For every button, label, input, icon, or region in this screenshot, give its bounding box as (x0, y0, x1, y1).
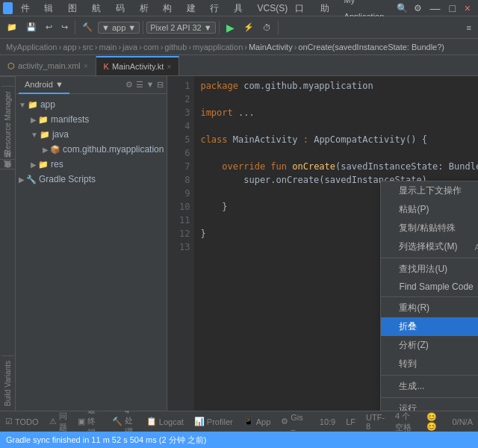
toolbar-icon-1[interactable]: 📁 (3, 21, 21, 34)
problems-icon: ⚠ (49, 417, 57, 426)
status-encoding[interactable]: UTF-8 (364, 413, 387, 431)
menu-analyze[interactable]: 分析(Z) ▶ (381, 336, 478, 355)
sidebar: Android ▼ ⚙ ☰ ▼ ⊟ ▼ 📁 app ▶ 📁 (16, 76, 167, 411)
menu-fold[interactable]: 折叠 ▶ 展开(E) Ctrl+NumPad + 递归展开(R) Ctrl+Al… (381, 317, 478, 336)
menu-show-context[interactable]: 显示上下文操作 Alt+Enter (381, 181, 478, 200)
bc-oncreate[interactable]: onCreate(savedInstanceState: Bundle?) (298, 43, 444, 52)
list-icon[interactable]: ☰ (136, 80, 143, 90)
menu-run-mainactivity[interactable]: ▶ 运行 'MainActivity'(U) Ctrl+Shift+F10 (381, 399, 478, 411)
menu-column-mode[interactable]: 列选择模式(M) Alt+Shift+Insert (381, 237, 478, 256)
sync-status-text: Gradle sync finished in 11 m 52 s 504 ms… (6, 435, 206, 446)
app-icon (3, 2, 13, 14)
collapse-icon[interactable]: ⊟ (157, 80, 164, 90)
menu-refactor[interactable]: 重构(R) (381, 299, 478, 317)
toolbar-icon-5[interactable]: 🔨 (78, 21, 96, 34)
tree-item-res[interactable]: ▶ 📁 res (16, 157, 167, 172)
menu-generate[interactable]: 生成... Alt+Insert (381, 377, 478, 396)
gist-icon: ⚙ (281, 417, 288, 426)
profile-button[interactable]: ⏱ (259, 22, 275, 34)
close-btn[interactable]: × (460, 0, 475, 16)
profiler-icon: 📊 (194, 417, 205, 426)
editor: 1 2 3 4 5 6 7 8 9 10 11 12 13 package co… (167, 76, 478, 411)
left-tab-build[interactable]: Build Variants (1, 355, 14, 411)
left-tab-project[interactable]: 项目 (0, 76, 15, 86)
tabbar: ⬡ activity_main.xml × K MainActivity.kt … (0, 55, 478, 76)
status-problems[interactable]: ⚠ 问题 (47, 411, 69, 433)
breadcrumb: MyApplication › app › src › main › java … (0, 39, 478, 55)
status-logcat[interactable]: 📋 Logcat (144, 417, 186, 426)
status-line-ending[interactable]: LF (344, 417, 358, 426)
menu-vcs[interactable]: VCS(S) (254, 0, 292, 16)
run-button[interactable]: ▶ (223, 20, 238, 35)
tab-xml[interactable]: ⬡ activity_main.xml × (0, 56, 96, 75)
toolbar-icon-2[interactable]: 💾 (22, 21, 40, 34)
tree-item-java[interactable]: ▼ 📁 java (16, 127, 167, 142)
close-tab-kt[interactable]: × (167, 63, 171, 71)
debug-button[interactable]: ⚡ (240, 21, 258, 34)
bc-myapplication[interactable]: myapplication (193, 43, 243, 52)
status-emoji: 😊 😊 (424, 412, 444, 432)
toolbar: 📁 💾 ↩ ↪ 🔨 ▼ app ▼ Pixel 2 API 32 ▼ ▶ ⚡ ⏱… (0, 16, 478, 39)
build-icon: 🔨 (112, 417, 122, 426)
status-app[interactable]: 📱 App (241, 417, 273, 426)
bc-github[interactable]: github (164, 43, 187, 52)
menu-paste[interactable]: 粘贴(P) Ctrl+V (381, 200, 478, 219)
menu-goto[interactable]: 转到 ▶ (381, 355, 478, 373)
status-gist[interactable]: ⚙ Gis _ (279, 413, 305, 431)
settings-icon[interactable]: ⚙ (411, 0, 425, 16)
bc-java[interactable]: java (122, 43, 137, 52)
left-tab-structure[interactable]: 结构 (0, 159, 15, 169)
logcat-icon: 📋 (146, 417, 157, 426)
toolbar-icon-4[interactable]: ↪ (58, 21, 72, 34)
left-tab-resource[interactable]: Resource Manager (1, 86, 14, 159)
menu-copy-paste-special[interactable]: 复制/粘贴特殊 ▶ (381, 219, 478, 237)
context-menu: 显示上下文操作 Alt+Enter 粘贴(P) Ctrl+V 复制/粘贴特殊 ▶… (380, 181, 478, 411)
maximize-btn[interactable]: □ (444, 0, 459, 16)
left-tab-favorites[interactable]: 收藏夹 (0, 169, 15, 178)
tab-kt[interactable]: K MainActivity.kt × (96, 56, 180, 75)
statusbar: ☑ TODO ⚠ 问题 ▣ 最 终端 🔨 4 处理 📋 Logcat 📊 Pro… (0, 411, 478, 432)
minimize-btn[interactable]: — (425, 0, 444, 16)
status-todo[interactable]: ☑ TODO (3, 417, 41, 426)
bottombar: Gradle sync finished in 11 m 52 s 504 ms… (0, 432, 478, 448)
kt-file-icon: K (104, 62, 109, 71)
menubar: 文件(F) 编辑(E) 视图(V) 导航(N) 代码(C) 分析(Z) 重构(R… (0, 0, 478, 16)
bc-src[interactable]: src (82, 43, 93, 52)
filter-icon[interactable]: ▼ (146, 80, 155, 90)
bc-mainactivity[interactable]: MainActivity (249, 43, 293, 52)
status-profiler[interactable]: 📊 Profiler (192, 417, 235, 426)
terminal-icon: ▣ (78, 417, 85, 426)
bc-com[interactable]: com (143, 43, 159, 52)
tree-item-gradle[interactable]: ▶ 🔧 Gradle Scripts (16, 172, 167, 187)
sidebar-header: Android ▼ ⚙ ☰ ▼ ⊟ (16, 76, 167, 94)
status-position[interactable]: 10:9 (317, 417, 338, 426)
tree-item-package[interactable]: ▶ 📦 com.github.myapplication (16, 142, 167, 157)
toolbar-icon-3[interactable]: ↩ (42, 21, 56, 34)
xml-icon: ⬡ (7, 61, 15, 71)
file-tree: ▼ 📁 app ▶ 📁 manifests ▼ 📁 java (16, 94, 167, 411)
app-dropdown[interactable]: ▼ app ▼ (98, 22, 140, 34)
status-indent[interactable]: 4 个空格 (393, 411, 418, 433)
close-tab-xml[interactable]: × (84, 62, 88, 70)
device-dropdown[interactable]: Pixel 2 API 32 ▼ (146, 22, 215, 34)
bc-main[interactable]: main (99, 43, 117, 52)
menu-find-sample[interactable]: Find Sample Code Alt+F8 (381, 279, 478, 295)
app-status-icon: 📱 (243, 417, 254, 426)
android-tab[interactable]: Android ▼ (19, 76, 69, 94)
tree-item-app[interactable]: ▼ 📁 app (16, 97, 167, 112)
search-icon[interactable]: 🔍 (394, 0, 411, 16)
bc-app[interactable]: app (63, 43, 76, 52)
status-memory: 0/N/A (450, 417, 475, 426)
menu-find-usages[interactable]: 查找用法(U) Alt+F7 (381, 260, 478, 279)
context-menu-overlay: 显示上下文操作 Alt+Enter 粘贴(P) Ctrl+V 复制/粘贴特殊 ▶… (167, 76, 478, 411)
bc-myapp[interactable]: MyApplication (6, 43, 57, 52)
toolbar-more[interactable]: ≡ (463, 22, 475, 34)
todo-icon: ☑ (5, 417, 13, 426)
left-edge-panel: 项目 Resource Manager 结构 收藏夹 Build Variant… (0, 76, 16, 411)
tree-item-manifests[interactable]: ▶ 📁 manifests (16, 112, 167, 127)
sync-icon[interactable]: ⚙ (125, 80, 133, 90)
